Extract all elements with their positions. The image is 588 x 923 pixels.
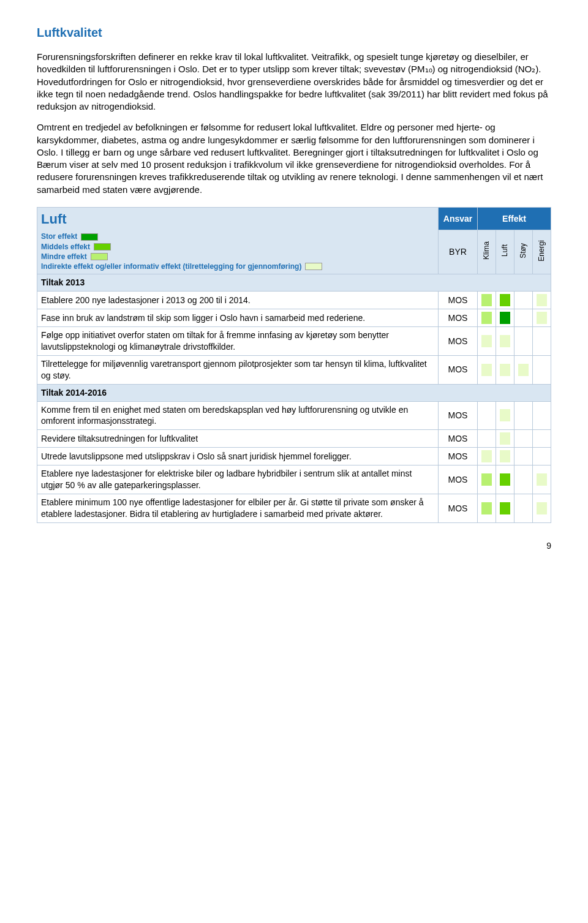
row-desc: Etablere 200 nye ladestasjoner i 2013 og… [37,292,439,309]
effect-swatch [518,473,529,486]
row-ansvar: MOS [439,465,478,494]
effect-cell [533,401,551,430]
effect-swatch [518,432,529,445]
effect-cell [514,401,533,430]
effect-swatch [481,409,492,421]
effect-swatch [481,335,492,347]
effect-cell [478,465,496,494]
table-title: Luft Stor effekt Middels effekt Mindre e… [37,207,439,274]
legend-label-middels: Middels effekt [41,242,90,252]
effect-cell [478,430,496,448]
table-row: Etablere minimum 100 nye offentlige lade… [37,494,551,523]
effect-swatch [500,450,510,462]
effect-swatch [518,364,529,376]
effect-swatch [537,335,547,347]
legend-label-stor: Stor effekt [41,232,77,241]
row-desc: Fase inn bruk av landstrøm til skip som … [37,309,439,327]
effect-cell [514,309,533,327]
effect-cell [478,355,496,384]
effect-swatch [518,312,529,324]
effect-swatch [537,294,547,306]
effect-swatch [481,432,492,445]
effect-cell [496,465,514,494]
effect-swatch [537,364,547,376]
col-klima: Klima [478,230,496,274]
section-2014-header: Tiltak 2014-2016 [37,384,551,401]
effect-cell [514,494,533,523]
effect-cell [533,494,551,523]
effect-cell [514,292,533,309]
effect-cell [514,430,533,448]
row-ansvar: MOS [439,309,478,327]
effect-cell [496,309,514,327]
table-row: Utrede lavutslippsone med utslippskrav i… [37,448,551,465]
section-heading: Luftkvalitet [37,24,551,41]
row-desc: Revidere tiltaksutredningen for luftkval… [37,430,439,448]
effect-cell [496,401,514,430]
luft-table: Luft Stor effekt Middels effekt Mindre e… [37,207,551,523]
effect-cell [496,355,514,384]
row-ansvar: MOS [439,355,478,384]
effect-swatch [537,502,547,514]
legend-item-mindre: Mindre effekt [41,252,434,262]
row-desc: Etablere minimum 100 nye offentlige lade… [37,494,439,523]
legend-label-mindre: Mindre effekt [41,252,87,262]
effect-cell [533,448,551,465]
effect-cell [496,292,514,309]
effect-swatch [500,432,510,445]
table-header-row: Luft Stor effekt Middels effekt Mindre e… [37,207,551,230]
row-ansvar: MOS [439,292,478,309]
effect-swatch [481,502,492,514]
page-number: 9 [37,540,551,552]
effect-cell [514,355,533,384]
effect-cell [514,448,533,465]
row-ansvar: MOS [439,448,478,465]
table-row: Etablere 200 nye ladestasjoner i 2013 og… [37,292,551,309]
table-row: Følge opp initiativet overfor staten om … [37,327,551,356]
effect-cell [533,465,551,494]
col-stoy: Støy [514,230,533,274]
effect-swatch [537,409,547,421]
effect-swatch [481,312,492,324]
effect-cell [478,292,496,309]
table-row: Fase inn bruk av landstrøm til skip som … [37,309,551,327]
legend: Stor effekt Middels effekt Mindre effekt… [41,232,434,271]
table-row: Revidere tiltaksutredningen for luftkval… [37,430,551,448]
effect-swatch [500,409,510,421]
section-2013-header: Tiltak 2013 [37,274,551,292]
legend-item-stor: Stor effekt [41,232,434,241]
effect-cell [533,327,551,356]
col-luft-label: Luft [500,244,510,257]
col-luft: Luft [496,230,514,274]
effect-cell [533,355,551,384]
effect-cell [514,465,533,494]
table-row: Tilrettelegge for miljøvennlig varetrans… [37,355,551,384]
swatch-stor [81,233,98,241]
effect-swatch [518,409,529,421]
effect-cell [533,430,551,448]
table-row: Etablere nye ladestasjoner for elektrisk… [37,465,551,494]
table-title-text: Luft [41,210,434,228]
effect-cell [478,448,496,465]
row-desc: Komme frem til en enighet med staten om … [37,401,439,430]
ansvar-header: Ansvar [439,207,478,230]
row-desc: Tilrettelegge for miljøvennlig varetrans… [37,355,439,384]
effect-cell [533,309,551,327]
col-klima-label: Klima [481,241,491,260]
effect-swatch [500,312,510,324]
effect-cell [496,448,514,465]
effect-cell [478,309,496,327]
effect-swatch [537,432,547,445]
effect-cell [514,327,533,356]
section-2013-label: Tiltak 2013 [37,274,551,292]
effect-swatch [537,312,547,324]
row-desc: Følge opp initiativet overfor staten om … [37,327,439,356]
legend-label-indirekte: Indirekte effekt og/eller informativ eff… [41,262,301,271]
row-ansvar: MOS [439,327,478,356]
effect-cell [478,494,496,523]
effect-swatch [500,502,510,514]
legend-item-indirekte: Indirekte effekt og/eller informativ eff… [41,262,434,271]
paragraph-2: Omtrent en tredjedel av befolkningen er … [37,121,551,196]
effect-swatch [500,473,510,486]
row-ansvar: MOS [439,430,478,448]
